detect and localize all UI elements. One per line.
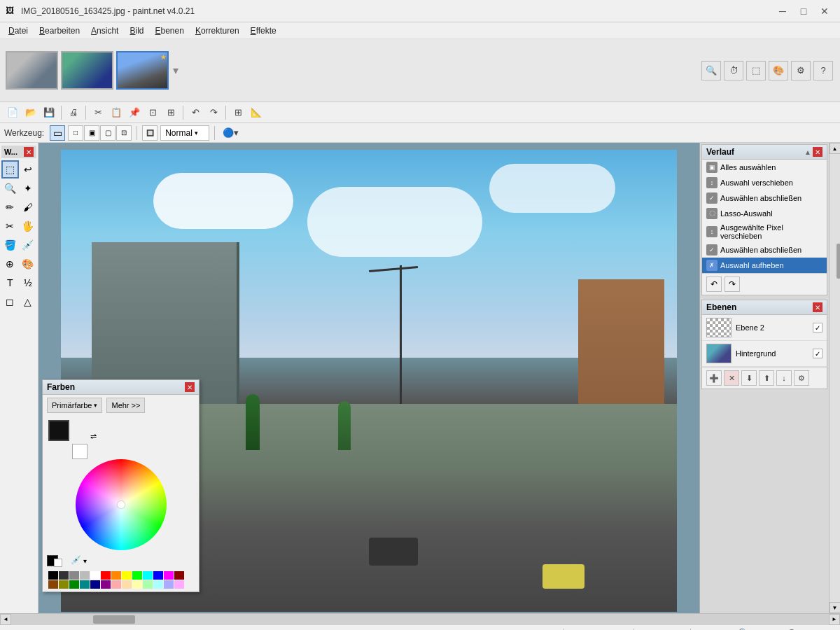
shape-btn-1[interactable]: □ (68, 125, 83, 141)
tool-colorpicker[interactable]: 💉 (20, 236, 37, 254)
palette-magenta[interactable] (164, 571, 174, 580)
shape-btn-4[interactable]: ⊡ (116, 125, 132, 141)
history-item-abschliessen1[interactable]: ✓ Auswählen abschließen (702, 190, 827, 206)
palette-lightyellow[interactable] (132, 580, 142, 589)
menu-bild[interactable]: Bild (124, 24, 149, 37)
swap-colors-icon[interactable]: ⇌ (90, 432, 97, 441)
palette-white[interactable] (90, 571, 100, 580)
colors-panel-header[interactable]: Farben ✕ (43, 380, 199, 395)
layer-down-button[interactable]: ↓ (776, 370, 792, 386)
layer-delete-button[interactable]: ✕ (724, 370, 739, 386)
history-scroll[interactable]: ▣ Alles auswählen ↕ Auswahl verschieben … (702, 160, 827, 273)
maximize-button[interactable]: □ (794, 3, 813, 20)
back-color-box[interactable] (54, 559, 62, 567)
history-item-alles[interactable]: ▣ Alles auswählen (702, 160, 827, 175)
history-close-button[interactable]: ✕ (813, 147, 822, 157)
palette-darkgreen[interactable] (69, 580, 79, 589)
layers-panel-header[interactable]: Ebenen ✕ (702, 300, 827, 315)
copy-button[interactable]: 📋 (108, 104, 125, 121)
tool-zoom[interactable]: 🔍 (1, 179, 19, 197)
palette-dark[interactable] (59, 571, 69, 580)
colors-view-button[interactable]: 🎨 (769, 61, 788, 80)
shape-btn-3[interactable]: ▢ (100, 125, 115, 141)
selection-mode-btn[interactable]: 🔲 (142, 125, 158, 141)
more-colors-button[interactable]: Mehr >> (106, 398, 145, 413)
palette-yellow[interactable] (122, 571, 132, 580)
palette-gray[interactable] (69, 571, 79, 580)
scroll-thumb[interactable] (836, 244, 841, 279)
palette-peach[interactable] (122, 580, 132, 589)
open-button[interactable]: 📂 (22, 104, 39, 121)
thumbnail-2[interactable] (61, 51, 113, 90)
layer-check-ebene2[interactable]: ✓ (813, 323, 822, 332)
paste-button[interactable]: 📌 (126, 104, 143, 121)
new-button[interactable]: 📄 (4, 104, 21, 121)
palette-lightcyan[interactable] (153, 580, 163, 589)
tool-rectangle-select[interactable]: ⬚ (1, 160, 19, 178)
menu-datei[interactable]: Datei (3, 24, 34, 37)
thumbnail-3[interactable]: ★ (116, 51, 169, 90)
zoom-fit-button[interactable]: 🔍 (701, 61, 721, 80)
history-view-button[interactable]: ⏱ (724, 61, 743, 80)
scroll-down-button[interactable]: ▼ (830, 602, 841, 613)
palette-teal[interactable] (80, 580, 90, 589)
history-item-abschliessen2[interactable]: ✓ Auswählen abschließen (702, 242, 827, 258)
color-mode-dropdown[interactable]: Primärfarbe ▾ (47, 398, 102, 413)
tool-lasso[interactable]: ↩ (20, 160, 36, 178)
primary-color-swatch[interactable] (48, 420, 69, 441)
menu-korrekturen[interactable]: Korrekturen (190, 24, 245, 37)
menu-effekte[interactable]: Effekte (245, 24, 282, 37)
palette-red[interactable] (101, 571, 111, 580)
palette-navy[interactable] (90, 580, 100, 589)
colors-close-button[interactable]: ✕ (185, 382, 195, 392)
palette-darkred[interactable] (174, 571, 184, 580)
redo-history-button[interactable]: ↷ (724, 276, 740, 292)
tool-rectangle-btn[interactable]: ▭ (50, 125, 65, 141)
tool-clone[interactable]: ⊕ (1, 255, 19, 273)
tool-pencil[interactable]: ✏ (1, 198, 19, 216)
palette-cyan[interactable] (143, 571, 153, 580)
h-scroll-thumb[interactable] (93, 615, 135, 624)
menu-bearbeiten[interactable]: Bearbeiten (34, 24, 85, 37)
tool-magic-wand[interactable]: ✦ (20, 179, 37, 197)
palette-lightgreen[interactable] (143, 580, 153, 589)
cut-button[interactable]: ✂ (90, 104, 106, 121)
palette-arrow-icon[interactable]: ▾ (83, 557, 87, 565)
close-button[interactable]: ✕ (815, 3, 834, 20)
palette-purple[interactable] (101, 580, 111, 589)
layers-view-button[interactable]: ⬚ (746, 61, 766, 80)
settings-button[interactable]: ⚙ (791, 61, 811, 80)
layer-check-hintergrund[interactable]: ✓ (813, 349, 822, 358)
opacity-btn[interactable]: 🔵▾ (220, 125, 241, 141)
toolbox-close-button[interactable]: ✕ (24, 147, 34, 157)
palette-pink[interactable] (111, 580, 121, 589)
thumbnail-1[interactable] (6, 51, 58, 90)
palette-silver[interactable] (80, 571, 90, 580)
resize-button[interactable]: ⊞ (162, 104, 179, 121)
save-button[interactable]: 💾 (41, 104, 57, 121)
h-scroll-track[interactable] (11, 614, 829, 625)
crop-button[interactable]: ⊡ (144, 104, 161, 121)
thumbnail-dropdown-icon[interactable]: ▾ (173, 64, 178, 77)
secondary-color-swatch[interactable] (72, 444, 88, 459)
undo-history-button[interactable]: ↶ (706, 276, 722, 292)
print-button[interactable]: 🖨 (65, 104, 82, 121)
blend-mode-dropdown[interactable]: Normal ▾ (160, 125, 209, 141)
history-collapse-icon[interactable]: ▲ (804, 148, 811, 156)
menu-ebenen[interactable]: Ebenen (150, 24, 190, 37)
layer-item-ebene2[interactable]: Ebene 2 ✓ (702, 315, 827, 341)
palette-lightblue[interactable] (164, 580, 174, 589)
layer-properties-button[interactable]: ⚙ (794, 370, 809, 386)
minimize-button[interactable]: ─ (773, 3, 792, 20)
layer-item-hintergrund[interactable]: Hintergrund ✓ (702, 341, 827, 367)
history-item-lasso[interactable]: 〇 Lasso-Auswahl (702, 206, 827, 221)
scroll-right-button[interactable]: ► (829, 614, 840, 625)
tool-pan[interactable]: 🖐 (20, 217, 37, 235)
tool-gradient[interactable]: ½ (20, 274, 37, 292)
color-picker-icon[interactable]: 💉 (71, 555, 82, 566)
history-item-pixel[interactable]: ↕ Ausgewählte Pixel verschieben (702, 221, 827, 242)
redo-button[interactable]: ↷ (205, 104, 222, 121)
palette-brown[interactable] (48, 580, 58, 589)
ruler-button[interactable]: 📐 (248, 104, 265, 121)
tool-brush[interactable]: 🖌 (20, 198, 37, 216)
